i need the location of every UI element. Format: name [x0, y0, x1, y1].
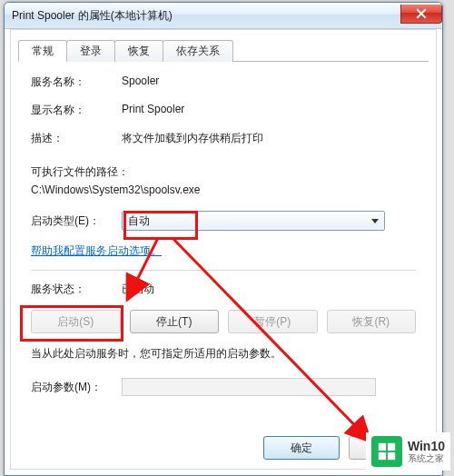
row-service-name: 服务名称： Spooler	[31, 74, 416, 90]
window-title: Print Spooler 的属性(本地计算机)	[12, 8, 401, 24]
watermark: Win10 系统之家	[366, 432, 450, 471]
svg-rect-3	[388, 443, 395, 451]
start-params-input	[122, 378, 376, 396]
row-startup-type: 启动类型(E)： 自动	[31, 211, 416, 231]
windows-icon	[377, 441, 397, 461]
client-area: 常规 登录 恢复 依存关系 服务名称： Spooler 显示名称： Print …	[10, 29, 437, 470]
start-params-label: 启动参数(M)：	[31, 380, 122, 395]
resume-button[interactable]: 恢复(R)	[327, 310, 417, 333]
svg-rect-5	[388, 452, 395, 460]
help-link[interactable]: 帮助我配置服务启动选项。	[31, 244, 162, 257]
display-name-value: Print Spooler	[122, 103, 416, 115]
row-exe-path: 可执行文件的路径： C:\Windows\System32\spoolsv.ex…	[31, 164, 416, 196]
row-start-params: 启动参数(M)：	[31, 378, 416, 396]
service-name-label: 服务名称：	[31, 74, 122, 90]
separator	[31, 270, 416, 271]
tab-recovery[interactable]: 恢复	[114, 40, 163, 62]
start-button[interactable]: 启动(S)	[31, 310, 121, 333]
watermark-line2: 系统之家	[408, 453, 445, 464]
svg-rect-2	[379, 443, 386, 451]
window-buttons	[401, 5, 442, 23]
watermark-logo	[371, 436, 402, 467]
service-status-value: 已启动	[122, 282, 416, 297]
exe-path-label: 可执行文件的路径：	[31, 164, 416, 180]
close-icon	[416, 8, 427, 19]
pause-button[interactable]: 暂停(P)	[228, 310, 318, 333]
watermark-line1: Win10	[408, 440, 445, 453]
svg-rect-4	[379, 452, 386, 460]
service-name-value: Spooler	[122, 74, 416, 87]
startup-type-value: 自动	[128, 213, 150, 229]
description-value: 将文件加载到内存供稍后打印	[122, 131, 416, 146]
tab-body: 服务名称： Spooler 显示名称： Print Spooler 描述： 将文…	[11, 62, 436, 416]
startup-type-select-wrap: 自动	[122, 211, 416, 231]
exe-path-value: C:\Windows\System32\spoolsv.exe	[31, 183, 416, 196]
titlebar[interactable]: Print Spooler 的属性(本地计算机)	[5, 3, 442, 29]
control-button-row: 启动(S) 停止(T) 暂停(P) 恢复(R)	[31, 310, 416, 333]
ok-button[interactable]: 确定	[263, 436, 340, 460]
row-display-name: 显示名称： Print Spooler	[31, 103, 416, 118]
stop-button[interactable]: 停止(T)	[130, 310, 220, 333]
watermark-text: Win10 系统之家	[408, 440, 445, 464]
properties-dialog: Print Spooler 的属性(本地计算机) 常规 登录 恢复 依存关系 服…	[4, 2, 443, 476]
row-service-status: 服务状态： 已启动	[31, 282, 416, 297]
startup-type-label: 启动类型(E)：	[31, 213, 122, 229]
description-label: 描述：	[31, 131, 122, 146]
row-description: 描述： 将文件加载到内存供稍后打印	[31, 131, 416, 146]
tab-bar: 常规 登录 恢复 依存关系	[18, 39, 429, 62]
display-name-label: 显示名称：	[31, 103, 122, 118]
tab-dependencies[interactable]: 依存关系	[163, 40, 233, 62]
tab-general[interactable]: 常规	[18, 40, 67, 62]
chevron-down-icon	[371, 219, 379, 223]
start-params-hint: 当从此处启动服务时，您可指定所适用的启动参数。	[31, 346, 416, 362]
startup-type-select[interactable]: 自动	[122, 211, 385, 231]
tab-logon[interactable]: 登录	[66, 40, 115, 62]
service-status-label: 服务状态：	[31, 282, 122, 297]
close-button[interactable]	[400, 5, 442, 24]
